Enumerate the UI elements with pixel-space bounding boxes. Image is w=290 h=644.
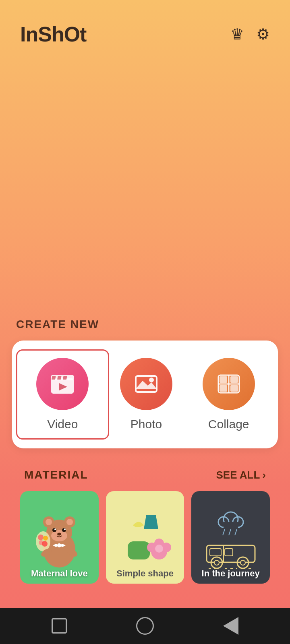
nav-square-button[interactable]: [47, 614, 71, 638]
create-video-item[interactable]: Video: [16, 349, 109, 440]
create-new-card: Video Photo: [12, 341, 278, 448]
maternal-love-art: [31, 505, 87, 570]
material-card-in-the-journey[interactable]: In the journey: [191, 491, 270, 584]
svg-point-33: [42, 541, 48, 547]
see-all-text: SEE ALL: [216, 469, 260, 481]
svg-marker-8: [136, 381, 157, 389]
settings-icon[interactable]: ⚙: [256, 25, 270, 43]
main-content: InShOt ♛ ⚙ CREATE NEW: [0, 0, 290, 608]
app: InShOt ♛ ⚙ CREATE NEW: [0, 0, 290, 644]
svg-rect-12: [220, 376, 227, 383]
app-logo: InShOt: [20, 22, 86, 46]
photo-label: Photo: [130, 417, 162, 431]
material-grid: Maternal love: [20, 491, 270, 584]
material-header: MATERIAL SEE ALL ›: [20, 469, 270, 481]
create-collage-item[interactable]: Collage: [187, 358, 270, 431]
svg-rect-6: [136, 376, 157, 392]
triangle-back-icon: [223, 617, 238, 635]
material-label: MATERIAL: [24, 469, 88, 481]
simple-shape-art: [119, 507, 171, 568]
svg-line-50: [235, 529, 237, 535]
collage-label: Collage: [208, 417, 249, 431]
svg-point-58: [240, 560, 245, 565]
svg-line-49: [229, 529, 231, 535]
svg-rect-47: [224, 522, 238, 528]
svg-point-26: [64, 528, 66, 530]
video-circle: [36, 358, 89, 410]
svg-marker-36: [144, 515, 158, 529]
svg-point-7: [149, 378, 154, 382]
svg-rect-53: [225, 549, 233, 556]
svg-line-48: [223, 529, 225, 535]
svg-rect-2: [52, 376, 56, 380]
svg-point-27: [57, 533, 61, 536]
simple-shape-label: Simple shape: [106, 568, 184, 579]
header: InShOt ♛ ⚙: [0, 0, 290, 58]
material-section: MATERIAL SEE ALL ›: [12, 469, 278, 596]
bottom-panel: CREATE NEW: [0, 318, 290, 608]
in-the-journey-label: In the journey: [191, 568, 270, 579]
video-icon: [50, 373, 75, 395]
material-card-maternal-love[interactable]: Maternal love: [20, 491, 99, 584]
create-photo-item[interactable]: Photo: [105, 358, 188, 431]
material-card-simple-shape[interactable]: Simple shape: [106, 491, 184, 584]
svg-point-43: [155, 545, 163, 553]
square-icon: [52, 618, 67, 634]
photo-circle: [120, 358, 172, 410]
circle-icon: [136, 617, 154, 635]
svg-point-28: [57, 543, 61, 547]
svg-point-19: [46, 519, 52, 525]
svg-point-30: [38, 535, 44, 540]
hero-area: [0, 58, 290, 318]
svg-rect-13: [230, 376, 238, 383]
svg-rect-3: [57, 376, 62, 380]
create-new-label: CREATE NEW: [12, 318, 278, 331]
svg-point-24: [62, 528, 66, 532]
svg-point-56: [214, 560, 219, 565]
see-all-button[interactable]: SEE ALL ›: [216, 469, 266, 481]
svg-point-23: [52, 528, 56, 532]
crown-icon[interactable]: ♛: [230, 25, 244, 43]
video-label: Video: [47, 417, 78, 431]
photo-icon: [134, 373, 159, 395]
nav-bar: [0, 608, 290, 644]
journey-art: [203, 505, 259, 570]
svg-point-21: [66, 519, 73, 525]
nav-home-button[interactable]: [133, 614, 157, 638]
svg-rect-52: [210, 549, 221, 556]
collage-circle: [203, 358, 255, 410]
chevron-right-icon: ›: [262, 469, 266, 481]
svg-rect-14: [220, 385, 227, 392]
nav-back-button[interactable]: [219, 614, 243, 638]
svg-rect-37: [128, 541, 150, 559]
header-icons: ♛ ⚙: [230, 25, 270, 43]
svg-point-31: [43, 536, 48, 541]
svg-rect-15: [230, 385, 238, 392]
svg-rect-4: [63, 376, 67, 380]
maternal-love-label: Maternal love: [20, 568, 99, 579]
svg-point-25: [54, 528, 56, 530]
collage-icon: [216, 373, 241, 395]
